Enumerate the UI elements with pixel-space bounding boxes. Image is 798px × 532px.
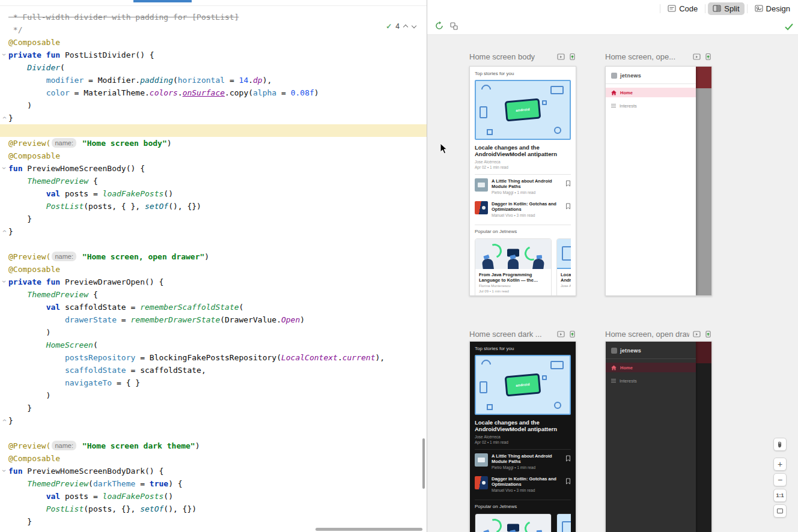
app-bar-stub (696, 342, 711, 363)
popular-title: From Java Programming Language to Kotlin… (479, 272, 547, 283)
jetnews-logo-icon (611, 348, 617, 354)
preview-title-open-drawer-dark: Home screen, open drawer dar... (605, 330, 712, 339)
inspection-ok-icon: ✓ (386, 22, 392, 31)
preview-card-open-drawer-dark[interactable]: jetnews Home Interests (605, 341, 712, 532)
code-line[interactable] (0, 238, 427, 250)
preview-title-home-screen-body: Home screen body (469, 52, 576, 61)
fold-marker-icon[interactable]: › (0, 52, 8, 58)
mode-code-button[interactable]: Code (663, 2, 702, 15)
next-issue-icon[interactable] (412, 24, 416, 29)
code-line[interactable]: private fun PreviewDrawerOpen() { (0, 276, 427, 288)
preview-card-open-drawer[interactable]: jetnews Home Interests (605, 66, 712, 296)
deploy-preview-icon[interactable] (704, 53, 712, 61)
code-line[interactable]: ) (0, 389, 427, 402)
deploy-preview-icon[interactable] (568, 330, 576, 338)
code-line[interactable]: @Composable (0, 263, 427, 276)
code-line[interactable]: ThemedPreview { (0, 288, 427, 301)
code-line[interactable]: scaffoldState = scaffoldState, (0, 364, 427, 376)
zoom-actual-size-button[interactable]: 1:1 (773, 489, 787, 502)
fold-marker-icon[interactable]: › (0, 417, 8, 424)
editor-horizontal-scrollbar[interactable] (315, 528, 422, 531)
editor-vertical-scrollbar[interactable] (422, 438, 425, 489)
article-thumbnail (475, 201, 488, 214)
code-line[interactable]: postsRepository = BlockingFakePostsRepos… (0, 351, 427, 364)
toolbar-separator (747, 4, 748, 13)
code-line[interactable]: @Preview(name: "Home screen dark theme") (0, 440, 427, 452)
inspections-widget[interactable]: ✓ 4 (384, 22, 418, 31)
code-line[interactable] (0, 427, 427, 440)
editor-mode-toolbar: Code Split Design (427, 0, 798, 17)
divider (475, 500, 571, 500)
interactive-mode-icon[interactable] (693, 330, 701, 338)
code-line[interactable]: } (0, 225, 427, 238)
code-line[interactable]: PostList(posts, {}, setOf(), {}) (0, 503, 427, 515)
code-line[interactable]: val posts = loadFakePosts() (0, 490, 427, 503)
deploy-preview-icon[interactable] (568, 53, 576, 61)
code-line[interactable]: } (0, 112, 427, 124)
hands-illustration (475, 514, 551, 532)
code-line[interactable]: navigateTo = { } (0, 376, 427, 389)
app-bar-stub (696, 67, 711, 88)
code-line[interactable]: private fun PostListDivider() { (0, 49, 427, 61)
code-line[interactable]: color = MaterialTheme.colors.onSurface.c… (0, 86, 427, 99)
code-line[interactable]: fun PreviewHomeScreenBodyDark() { (0, 465, 427, 477)
article-title: A Little Thing about Android Module Path… (492, 178, 562, 189)
code-line[interactable] (0, 124, 427, 137)
interactive-mode-icon[interactable] (557, 53, 565, 61)
code-line[interactable]: @Composable (0, 150, 427, 162)
zoom-out-button[interactable]: − (773, 473, 787, 486)
preview-title-label: Home screen, ope... (605, 52, 689, 61)
preview-card-home-screen-body[interactable]: Top stories for you android Locale chang… (469, 66, 576, 296)
code-line[interactable]: ) (0, 326, 427, 339)
code-line[interactable]: Divider( (0, 61, 427, 74)
code-lines[interactable]: * Full-width divider with padding for [P… (0, 11, 427, 528)
code-line[interactable]: @Composable (0, 452, 427, 465)
code-line[interactable]: } (0, 414, 427, 427)
code-line[interactable]: ThemedPreview { (0, 175, 427, 187)
pan-button[interactable] (773, 438, 787, 451)
code-line[interactable]: * Full-width divider with padding for [P… (0, 11, 427, 23)
code-line[interactable]: modifier = Modifier.padding(horizontal =… (0, 74, 427, 86)
code-line[interactable]: val scaffoldState = rememberScaffoldStat… (0, 301, 427, 313)
code-line[interactable]: } (0, 402, 427, 414)
ui-check-icon[interactable] (450, 22, 458, 32)
list-item: A Little Thing about Android Module Path… (475, 450, 571, 473)
popular-card: From Java Programming Language to Kotlin… (475, 513, 552, 532)
mode-split-button[interactable]: Split (708, 2, 744, 15)
code-line[interactable]: val posts = loadFakePosts() (0, 187, 427, 200)
code-line[interactable]: @Composable (0, 36, 427, 49)
hero-illustration: android (475, 80, 571, 140)
active-tab-indicator[interactable] (133, 0, 192, 2)
fold-marker-icon[interactable]: › (0, 228, 8, 235)
code-line[interactable]: } (0, 213, 427, 225)
fold-marker-icon[interactable]: › (0, 279, 8, 285)
code-line[interactable]: ) (0, 99, 427, 112)
deploy-preview-icon[interactable] (704, 330, 712, 338)
code-line[interactable]: @Preview(name: "Home screen, open drawer… (0, 250, 427, 263)
code-line[interactable]: PostList(posts, { }, setOf(), {}) (0, 200, 427, 213)
code-line[interactable]: HomeScreen( (0, 339, 427, 351)
mode-design-button[interactable]: Design (750, 2, 795, 15)
split-mode-icon (713, 4, 721, 13)
fold-marker-icon[interactable]: › (0, 468, 8, 474)
fold-marker-icon[interactable]: › (0, 165, 8, 172)
fold-marker-icon[interactable]: › (0, 115, 8, 121)
code-line[interactable]: drawerState = rememberDrawerState(Drawer… (0, 313, 427, 326)
preview-pane: Code Split Design (427, 0, 798, 532)
preview-card-home-screen-dark[interactable]: Top stories for you android Locale chang… (469, 341, 576, 532)
preview-title-home-screen-dark: Home screen dark ... (469, 330, 576, 339)
code-line[interactable]: @Preview(name: "Home screen body") (0, 137, 427, 150)
code-line[interactable]: */ (0, 23, 427, 36)
popular-title: Locale changes and the AndroidViewModel … (561, 272, 571, 283)
code-editor[interactable]: * Full-width divider with padding for [P… (0, 6, 427, 532)
interactive-mode-icon[interactable] (557, 330, 565, 338)
prev-issue-icon[interactable] (403, 24, 408, 29)
code-line[interactable]: fun PreviewHomeScreenBody() { (0, 162, 427, 175)
build-refresh-icon[interactable] (434, 21, 444, 33)
code-line[interactable]: ThemedPreview(darkTheme = true) { (0, 477, 427, 490)
interactive-mode-icon[interactable] (693, 53, 701, 61)
preview-canvas[interactable]: Home screen body Home screen, ope... Hom… (427, 35, 798, 532)
code-line[interactable]: } (0, 515, 427, 528)
zoom-to-fit-button[interactable] (773, 504, 787, 518)
zoom-in-button[interactable]: + (773, 458, 787, 471)
